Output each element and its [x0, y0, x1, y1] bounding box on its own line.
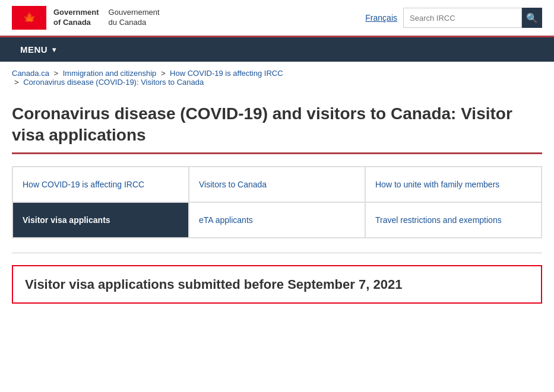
- search-area: 🔍: [403, 8, 542, 28]
- breadcrumb-separator-3: >: [14, 78, 21, 87]
- section-divider: [12, 253, 542, 253]
- breadcrumb-separator-2: >: [161, 69, 167, 78]
- gov-name-en-line1: Government: [53, 8, 99, 18]
- main-content: Coronavirus disease (COVID-19) and visit…: [0, 90, 554, 315]
- breadcrumb-separator-1: >: [54, 69, 61, 78]
- search-button[interactable]: 🔍: [522, 8, 542, 28]
- flag-red-right: [38, 6, 46, 30]
- breadcrumb-covid-visitors[interactable]: Coronavirus disease (COVID-19): Visitors…: [23, 78, 204, 87]
- breadcrumb-covid-ircc[interactable]: How COVID-19 is affecting IRCC: [170, 69, 283, 78]
- nav-card-visitor-visa[interactable]: Visitor visa applicants: [12, 202, 189, 238]
- gov-name-fr-line2: du Canada: [109, 18, 160, 28]
- page-title: Coronavirus disease (COVID-19) and visit…: [12, 103, 542, 146]
- gov-name-en-line2: of Canada: [53, 18, 99, 28]
- nav-card-visitors[interactable]: Visitors to Canada: [189, 167, 365, 202]
- red-box-title: Visitor visa applications submitted befo…: [25, 276, 529, 294]
- maple-leaf-icon: 🍁: [22, 11, 37, 25]
- breadcrumb-canada[interactable]: Canada.ca: [12, 69, 49, 78]
- title-divider: [12, 152, 542, 154]
- menu-label: MENU: [20, 44, 48, 55]
- nav-card-family[interactable]: How to unite with family members: [365, 167, 542, 202]
- flag-red-left: [12, 6, 20, 30]
- nav-card-covid-ircc[interactable]: How COVID-19 is affecting IRCC: [12, 167, 189, 202]
- nav-cards-grid: How COVID-19 is affecting IRCC Visitors …: [12, 166, 542, 238]
- breadcrumb: Canada.ca > Immigration and citizenship …: [0, 62, 554, 90]
- site-header: 🍁 Government of Canada Gouvernement du C…: [0, 0, 554, 37]
- header-actions: Français 🔍: [365, 8, 542, 28]
- flag-center: 🍁: [20, 6, 38, 30]
- menu-button[interactable]: MENU ▾: [12, 37, 65, 62]
- canada-flag: 🍁: [12, 6, 46, 30]
- logo-area: 🍁 Government of Canada Gouvernement du C…: [12, 6, 160, 30]
- chevron-down-icon: ▾: [52, 46, 56, 54]
- gov-name-fr: Gouvernement du Canada: [109, 8, 160, 28]
- nav-card-travel-restrictions[interactable]: Travel restrictions and exemptions: [365, 202, 542, 238]
- gov-name-fr-line1: Gouvernement: [109, 8, 160, 18]
- breadcrumb-immigration[interactable]: Immigration and citizenship: [63, 69, 157, 78]
- search-input[interactable]: [403, 8, 522, 28]
- search-icon: 🔍: [526, 12, 538, 24]
- navigation-bar: MENU ▾: [0, 37, 554, 62]
- government-name: Government of Canada Gouvernement du Can…: [53, 8, 160, 28]
- nav-card-eta[interactable]: eTA applicants: [189, 202, 365, 238]
- gov-name-en: Government of Canada: [53, 8, 99, 28]
- language-toggle[interactable]: Français: [365, 13, 397, 23]
- red-box-section: Visitor visa applications submitted befo…: [12, 265, 542, 304]
